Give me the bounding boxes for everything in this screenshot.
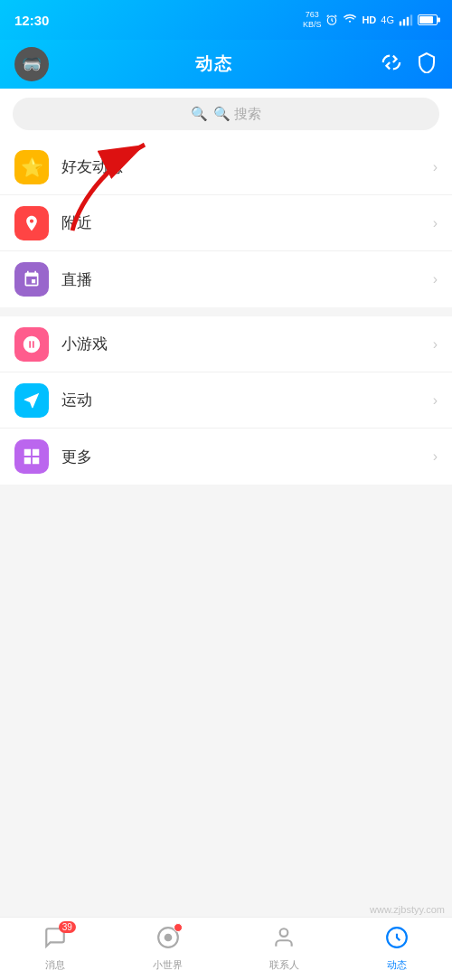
menu-item-more[interactable]: 更多 › — [0, 429, 452, 485]
app-header: 🥽 动态 — [0, 40, 452, 89]
discover-nav-label: 动态 — [387, 958, 407, 972]
more-label: 更多 — [61, 447, 433, 467]
discover-nav-icon — [385, 926, 409, 955]
share-icon[interactable] — [380, 52, 403, 77]
alarm-icon — [325, 14, 338, 26]
nav-item-messages[interactable]: 39 消息 — [43, 926, 67, 972]
friends-icon: ⭐ — [14, 150, 49, 184]
svg-rect-3 — [407, 17, 409, 26]
nav-item-world[interactable]: 小世界 — [153, 926, 183, 972]
page-title: 动态 — [195, 52, 233, 76]
speed-icon: 763KB/S — [303, 10, 322, 30]
world-nav-label: 小世界 — [153, 958, 183, 972]
menu-item-minigame[interactable]: 小游戏 › — [0, 316, 452, 372]
status-icons: 763KB/S HD 4G — [303, 10, 438, 30]
friends-arrow: › — [433, 159, 438, 175]
friends-label: 好友动态 — [61, 156, 433, 177]
bottom-nav: 39 消息 小世界 联系人 动态 — [0, 917, 452, 980]
search-bar-container: 🔍 🔍 搜索 — [0, 89, 452, 139]
live-label: 直播 — [61, 269, 433, 290]
more-icon — [14, 439, 49, 474]
nav-item-contacts[interactable]: 联系人 — [269, 926, 299, 972]
search-icon: 🔍 — [191, 106, 208, 122]
world-nav-icon — [156, 926, 180, 955]
nearby-arrow: › — [433, 215, 438, 231]
signal-bars-icon — [399, 14, 413, 26]
sport-arrow: › — [433, 392, 438, 409]
minigame-icon — [14, 327, 49, 362]
menu-group-2: 小游戏 › 运动 › 更多 › — [0, 316, 452, 485]
minigame-label: 小游戏 — [61, 334, 433, 354]
nav-item-discover[interactable]: 动态 — [385, 926, 409, 972]
status-time: 12:30 — [14, 13, 49, 28]
nearby-icon — [14, 206, 49, 240]
sport-label: 运动 — [61, 390, 433, 410]
shield-icon[interactable] — [416, 52, 438, 78]
search-bar[interactable]: 🔍 🔍 搜索 — [13, 98, 439, 130]
live-arrow: › — [433, 271, 438, 287]
wifi-icon — [343, 14, 357, 26]
svg-rect-2 — [403, 19, 405, 25]
messages-nav-label: 消息 — [45, 958, 65, 972]
status-bar: 12:30 763KB/S HD 4G — [0, 0, 452, 40]
header-actions — [380, 52, 438, 78]
sport-icon — [14, 383, 49, 418]
menu-item-sport[interactable]: 运动 › — [0, 372, 452, 429]
battery-icon — [418, 14, 438, 25]
menu-container: ⭐ 好友动态 › 附近 › 直播 › — [0, 139, 452, 485]
content-area: 🔍 🔍 搜索 ⭐ 好友动态 › 附近 › — [0, 89, 452, 917]
menu-item-nearby[interactable]: 附近 › — [0, 195, 452, 251]
menu-item-live[interactable]: 直播 › — [0, 251, 452, 307]
live-icon — [14, 262, 49, 297]
menu-item-friends[interactable]: ⭐ 好友动态 › — [0, 139, 452, 195]
search-placeholder: 🔍 搜索 — [213, 106, 261, 123]
messages-nav-icon: 39 — [43, 926, 67, 955]
world-dot-badge — [174, 923, 183, 932]
messages-badge: 39 — [59, 921, 76, 933]
more-arrow: › — [433, 448, 438, 465]
signal-icon: 4G — [381, 14, 394, 25]
svg-point-7 — [164, 934, 172, 942]
hd-icon: HD — [362, 14, 376, 25]
minigame-arrow: › — [433, 336, 438, 353]
contacts-nav-label: 联系人 — [269, 958, 299, 972]
svg-point-8 — [280, 928, 288, 937]
menu-group-1: ⭐ 好友动态 › 附近 › 直播 › — [0, 139, 452, 307]
svg-rect-1 — [400, 22, 401, 26]
contacts-nav-icon — [272, 926, 296, 955]
nearby-label: 附近 — [61, 212, 433, 233]
svg-rect-4 — [410, 14, 412, 25]
avatar[interactable]: 🥽 — [14, 47, 49, 81]
